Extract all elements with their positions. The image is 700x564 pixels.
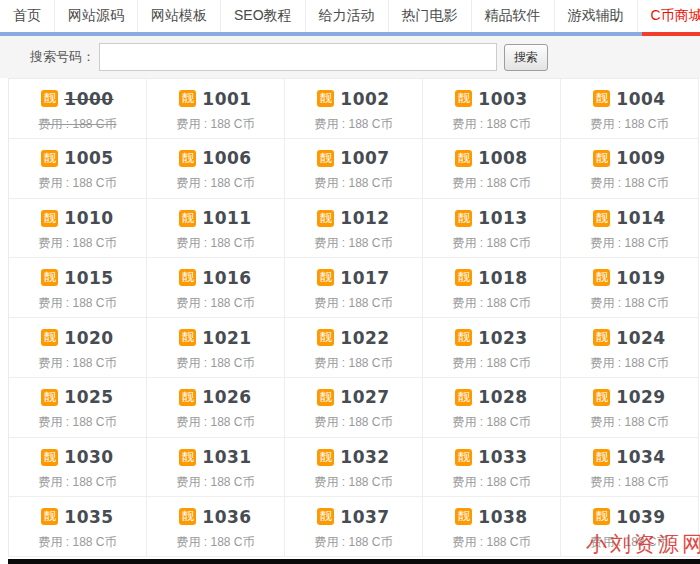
- nav-item[interactable]: 热门电影: [389, 0, 472, 32]
- liang-badge-icon: 靓: [41, 389, 58, 406]
- number-card[interactable]: 靓 1033 费用 : 188 C币: [423, 438, 561, 498]
- liang-badge-icon: 靓: [455, 210, 472, 227]
- number-card[interactable]: 靓 1023 费用 : 188 C币: [423, 318, 561, 378]
- nav-item[interactable]: 网站模板: [138, 0, 221, 32]
- number-line: 靓 1027: [317, 387, 389, 407]
- number-value: 1018: [478, 268, 527, 288]
- number-card[interactable]: 靓 1031 费用 : 188 C币: [147, 438, 285, 498]
- nav-item[interactable]: 网站源码: [55, 0, 138, 32]
- number-card[interactable]: 靓 1039 费用 : 188 C币: [561, 497, 699, 557]
- number-card[interactable]: 靓 1011 费用 : 188 C币: [147, 199, 285, 259]
- number-line: 靓 1008: [455, 148, 527, 168]
- number-value: 1028: [478, 387, 527, 407]
- number-card[interactable]: 靓 1002 费用 : 188 C币: [285, 79, 423, 139]
- liang-badge-icon: 靓: [317, 210, 334, 227]
- search-strip: 搜索号码： 搜索: [0, 36, 700, 78]
- number-card[interactable]: 靓 1022 费用 : 188 C币: [285, 318, 423, 378]
- number-card[interactable]: 靓 1021 费用 : 188 C币: [147, 318, 285, 378]
- number-value: 1002: [340, 89, 389, 109]
- liang-badge-icon: 靓: [179, 150, 196, 167]
- liang-badge-icon: 靓: [455, 389, 472, 406]
- fee-label: 费用 : 188 C币: [561, 474, 698, 491]
- number-card[interactable]: 靓 1034 费用 : 188 C币: [561, 438, 699, 498]
- number-card[interactable]: 靓 1036 费用 : 188 C币: [147, 497, 285, 557]
- fee-label: 费用 : 188 C币: [423, 534, 560, 551]
- number-line: 靓 1022: [317, 328, 389, 348]
- number-card[interactable]: 靓 1025 费用 : 188 C币: [9, 378, 147, 438]
- number-line: 靓 1021: [179, 328, 251, 348]
- liang-badge-icon: 靓: [455, 329, 472, 346]
- number-card[interactable]: 靓 1007 费用 : 188 C币: [285, 139, 423, 199]
- fee-label: 费用 : 188 C币: [9, 175, 146, 192]
- number-card[interactable]: 靓 1009 费用 : 188 C币: [561, 139, 699, 199]
- number-line: 靓 1004: [593, 89, 665, 109]
- liang-badge-icon: 靓: [317, 150, 334, 167]
- number-card[interactable]: 靓 1012 费用 : 188 C币: [285, 199, 423, 259]
- number-value: 1023: [478, 328, 527, 348]
- nav-item[interactable]: 首页: [0, 0, 55, 32]
- nav-item[interactable]: SEO教程: [221, 0, 306, 32]
- number-card[interactable]: 靓 1038 费用 : 188 C币: [423, 497, 561, 557]
- number-card[interactable]: 靓 1029 费用 : 188 C币: [561, 378, 699, 438]
- number-card[interactable]: 靓 1010 费用 : 188 C币: [9, 199, 147, 259]
- number-card[interactable]: 靓 1004 费用 : 188 C币: [561, 79, 699, 139]
- nav-item[interactable]: 精品软件: [472, 0, 555, 32]
- number-card[interactable]: 靓 1018 费用 : 188 C币: [423, 258, 561, 318]
- number-card[interactable]: 靓 1016 费用 : 188 C币: [147, 258, 285, 318]
- number-line: 靓 1007: [317, 148, 389, 168]
- number-card[interactable]: 靓 1019 费用 : 188 C币: [561, 258, 699, 318]
- liang-badge-icon: 靓: [317, 90, 334, 107]
- number-value: 1030: [64, 447, 113, 467]
- nav-item-label: 网站源码: [68, 7, 124, 25]
- nav-item-label: 给力活动: [319, 7, 375, 25]
- number-card[interactable]: 靓 1035 费用 : 188 C币: [9, 497, 147, 557]
- search-button[interactable]: 搜索: [504, 44, 548, 71]
- number-line: 靓 1029: [593, 387, 665, 407]
- nav-list: 首页网站源码网站模板SEO教程给力活动热门电影精品软件游戏辅助C币商城靓号中心: [0, 0, 700, 32]
- fee-label: 费用 : 188 C币: [285, 534, 422, 551]
- nav-underline-active: [642, 32, 700, 36]
- number-card[interactable]: 靓 1026 费用 : 188 C币: [147, 378, 285, 438]
- fee-label: 费用 : 188 C币: [561, 295, 698, 312]
- number-value: 1020: [64, 328, 113, 348]
- liang-badge-icon: 靓: [41, 269, 58, 286]
- number-card[interactable]: 靓 1027 费用 : 188 C币: [285, 378, 423, 438]
- number-card[interactable]: 靓 1030 费用 : 188 C币: [9, 438, 147, 498]
- number-card[interactable]: 靓 1006 费用 : 188 C币: [147, 139, 285, 199]
- number-card[interactable]: 靓 1037 费用 : 188 C币: [285, 497, 423, 557]
- number-value: 1022: [340, 328, 389, 348]
- search-label: 搜索号码：: [30, 48, 95, 66]
- fee-label: 费用 : 188 C币: [9, 116, 146, 133]
- liang-badge-icon: 靓: [179, 389, 196, 406]
- number-card[interactable]: 靓 1003 费用 : 188 C币: [423, 79, 561, 139]
- nav-item[interactable]: 游戏辅助: [555, 0, 638, 32]
- number-value: 1024: [616, 328, 665, 348]
- number-line: 靓 1011: [179, 208, 251, 228]
- fee-label: 费用 : 188 C币: [9, 414, 146, 431]
- number-value: 1011: [202, 208, 251, 228]
- liang-badge-icon: 靓: [455, 90, 472, 107]
- liang-badge-icon: 靓: [41, 508, 58, 525]
- liang-badge-icon: 靓: [179, 508, 196, 525]
- nav-item[interactable]: 给力活动: [306, 0, 389, 32]
- number-card[interactable]: 靓 1014 费用 : 188 C币: [561, 199, 699, 259]
- nav-item[interactable]: C币商城: [638, 0, 700, 32]
- number-value: 1006: [202, 148, 251, 168]
- number-card[interactable]: 靓 1024 费用 : 188 C币: [561, 318, 699, 378]
- number-card[interactable]: 靓 1001 费用 : 188 C币: [147, 79, 285, 139]
- search-input[interactable]: [99, 43, 497, 71]
- number-card[interactable]: 靓 1000 费用 : 188 C币: [9, 79, 147, 139]
- number-card[interactable]: 靓 1032 费用 : 188 C币: [285, 438, 423, 498]
- number-value: 1001: [202, 89, 251, 109]
- number-card[interactable]: 靓 1028 费用 : 188 C币: [423, 378, 561, 438]
- number-value: 1007: [340, 148, 389, 168]
- liang-badge-icon: 靓: [41, 150, 58, 167]
- number-card[interactable]: 靓 1005 费用 : 188 C币: [9, 139, 147, 199]
- number-card[interactable]: 靓 1013 费用 : 188 C币: [423, 199, 561, 259]
- number-grid: 靓 1000 费用 : 188 C币 靓 1001 费用 : 188 C币 靓 …: [8, 78, 699, 557]
- number-card[interactable]: 靓 1008 费用 : 188 C币: [423, 139, 561, 199]
- number-card[interactable]: 靓 1020 费用 : 188 C币: [9, 318, 147, 378]
- fee-label: 费用 : 188 C币: [423, 175, 560, 192]
- number-card[interactable]: 靓 1017 费用 : 188 C币: [285, 258, 423, 318]
- number-card[interactable]: 靓 1015 费用 : 188 C币: [9, 258, 147, 318]
